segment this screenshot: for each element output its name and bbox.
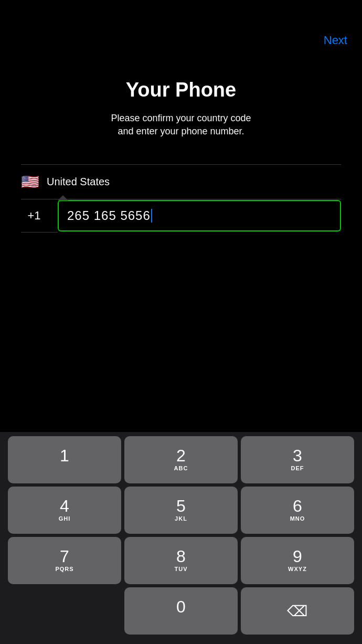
key-7[interactable]: 7 PQRS — [8, 537, 121, 584]
key-9-letters: WXYZ — [288, 566, 307, 573]
key-6-letters: MNO — [290, 515, 305, 523]
keyboard-row-2: 4 GHI 5 JKL 6 MNO — [2, 487, 360, 534]
key-2-number: 2 — [176, 447, 186, 464]
key-8-number: 8 — [176, 548, 186, 565]
key-0-letters — [180, 616, 182, 624]
key-3-number: 3 — [293, 447, 302, 464]
country-flag: 🇺🇸 — [21, 173, 39, 191]
keyboard-row-4: 0 ⌫ — [2, 587, 360, 635]
country-selector[interactable]: 🇺🇸 United States — [21, 165, 341, 199]
key-4[interactable]: 4 GHI — [8, 487, 121, 534]
main-content: Your Phone Please confirm your country c… — [0, 58, 362, 233]
key-1-letters — [63, 465, 66, 472]
key-5[interactable]: 5 JKL — [124, 487, 238, 534]
next-button[interactable]: Next — [322, 29, 349, 51]
country-name: United States — [47, 176, 110, 188]
key-4-letters: GHI — [59, 515, 71, 523]
key-6[interactable]: 6 MNO — [241, 487, 354, 534]
page-subtitle: Please confirm your country codeand ente… — [21, 112, 341, 138]
key-9[interactable]: 9 WXYZ — [241, 537, 354, 584]
phone-input-display: 265 165 5656 — [67, 208, 332, 223]
key-5-letters: JKL — [175, 515, 187, 523]
key-4-number: 4 — [60, 498, 69, 514]
key-1-number: 1 — [60, 447, 69, 464]
phone-input-row: +1 265 165 5656 — [21, 199, 341, 233]
text-cursor — [151, 209, 152, 223]
phone-input-field[interactable]: 265 165 5656 — [58, 200, 341, 231]
key-9-number: 9 — [293, 548, 302, 565]
key-0-number: 0 — [176, 598, 186, 615]
keyboard: 1 2 ABC 3 DEF 4 GHI 5 JKL 6 MNO 7 PQRS — [0, 432, 362, 644]
key-3-letters: DEF — [291, 465, 304, 472]
key-2[interactable]: 2 ABC — [124, 436, 238, 483]
key-8[interactable]: 8 TUV — [124, 537, 238, 584]
page-title: Your Phone — [21, 79, 341, 101]
keyboard-row-1: 1 2 ABC 3 DEF — [2, 436, 360, 483]
phone-value: 265 165 5656 — [67, 208, 151, 223]
key-empty-left — [8, 587, 121, 635]
key-6-number: 6 — [293, 498, 302, 514]
key-1[interactable]: 1 — [8, 436, 121, 483]
delete-icon: ⌫ — [287, 603, 308, 620]
key-8-letters: TUV — [175, 566, 188, 573]
keyboard-row-3: 7 PQRS 8 TUV 9 WXYZ — [2, 537, 360, 584]
key-7-letters: PQRS — [55, 566, 73, 573]
key-0[interactable]: 0 — [124, 587, 238, 635]
header: Next — [0, 0, 362, 58]
key-3[interactable]: 3 DEF — [241, 436, 354, 483]
key-2-letters: ABC — [174, 465, 188, 472]
key-7-number: 7 — [60, 548, 69, 565]
key-delete[interactable]: ⌫ — [241, 587, 354, 635]
key-5-number: 5 — [176, 498, 186, 514]
country-code: +1 — [21, 199, 58, 233]
